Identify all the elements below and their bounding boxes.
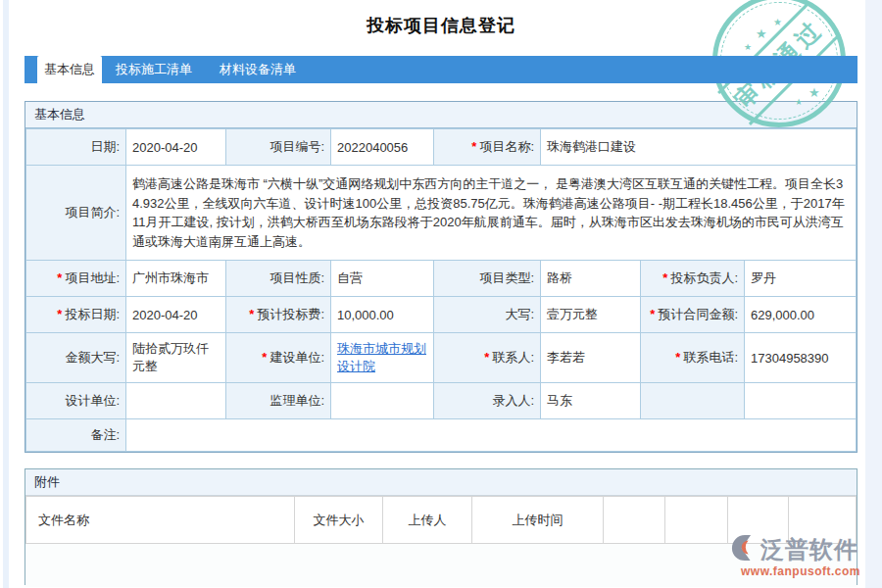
project-no-label: 项目编号:	[226, 129, 331, 166]
remark-value	[126, 419, 857, 452]
contract-amount-value: 629,000.00	[745, 297, 857, 333]
remark-label: 备注:	[26, 419, 126, 452]
file-size-header: 文件大小	[295, 497, 383, 544]
required-marker: *	[249, 307, 254, 321]
design-unit-label: 设计单位:	[26, 383, 126, 419]
empty-header	[665, 497, 728, 544]
file-name-header: 文件名称	[26, 497, 295, 544]
recorder-value: 马东	[541, 383, 641, 419]
required-marker: *	[650, 307, 655, 321]
bid-leader-value: 罗丹	[745, 261, 857, 297]
fanpu-brand: 泛普软件 www.fanpusoft.com	[731, 534, 870, 578]
tab-bar: 基本信息 投标施工清单 材料设备清单	[24, 56, 858, 83]
build-unit-label: *建设单位:	[226, 333, 331, 383]
tab-bid-construction-list[interactable]: 投标施工清单	[102, 56, 206, 83]
fee-caps-label: 大写:	[434, 297, 541, 333]
contract-amount-label: *预计合同金额:	[641, 297, 745, 333]
project-no-value: 2022040056	[331, 129, 434, 166]
star-icon: ★	[744, 43, 752, 52]
upload-time-header: 上传时间	[472, 497, 604, 544]
bid-fee-label: *预计投标费:	[226, 297, 331, 333]
summary-label: 项目简介:	[26, 166, 126, 261]
build-unit-value: 珠海市城市规划设计院	[331, 333, 434, 383]
attachments-section-title: 附件	[25, 469, 857, 496]
tab-basic-info[interactable]: 基本信息	[37, 56, 102, 83]
nature-label: 项目性质:	[226, 261, 331, 297]
summary-value: 鹤港高速公路是珠海市 “六横十纵”交通网络规划中东西方向的主干道之一， 是粤港澳…	[126, 166, 857, 261]
bid-fee-value: 10,000.00	[331, 297, 434, 333]
phone-value: 17304958390	[745, 333, 857, 383]
required-marker: *	[57, 307, 62, 321]
project-name-value: 珠海鹤港口建设	[541, 129, 857, 166]
date-label: 日期:	[26, 129, 126, 166]
fee-caps-value: 壹万元整	[541, 297, 641, 333]
page-edge-right	[865, 0, 882, 588]
fanpu-logo-icon	[731, 534, 759, 565]
brand-name: 泛普软件	[760, 534, 858, 565]
empty-cell	[641, 383, 745, 419]
date-value: 2020-04-20	[126, 129, 226, 166]
basic-info-section: 基本信息 日期: 2020-04-20 项目编号: 2022040056 *项目…	[24, 101, 858, 453]
type-value: 路桥	[541, 261, 641, 297]
bid-date-label: *投标日期:	[26, 297, 126, 333]
required-marker: *	[262, 350, 267, 365]
nature-value: 自营	[331, 261, 434, 297]
basic-section-title: 基本信息	[25, 102, 857, 128]
basic-info-table: 日期: 2020-04-20 项目编号: 2022040056 *项目名称: 珠…	[25, 128, 857, 452]
type-label: 项目类型:	[434, 261, 541, 297]
contact-value: 李若若	[541, 333, 641, 383]
supervise-unit-label: 监理单位:	[226, 383, 331, 419]
required-marker: *	[471, 139, 476, 154]
bid-leader-label: *投标负责人:	[641, 261, 745, 297]
design-unit-value	[126, 383, 226, 419]
phone-label: *联系电话:	[641, 333, 745, 383]
uploader-header: 上传人	[383, 497, 472, 544]
page-edge-left	[3, 0, 9, 588]
address-label: *项目地址:	[26, 261, 126, 297]
required-marker: *	[675, 350, 680, 365]
contact-label: *联系人:	[434, 333, 541, 383]
recorder-label: 录入人:	[434, 383, 541, 419]
amount-caps-label: 金额大写:	[26, 333, 126, 383]
bid-date-value: 2020-04-20	[126, 297, 226, 333]
address-value: 广州市珠海市	[126, 261, 226, 297]
required-marker: *	[57, 270, 62, 285]
project-name-label: *项目名称:	[434, 129, 541, 166]
brand-url: www.fanpusoft.com	[731, 564, 870, 578]
amount-caps-value: 陆拾贰万玖仟元整	[126, 333, 226, 383]
star-icon: ★	[808, 86, 820, 99]
build-unit-link[interactable]: 珠海市城市规划设计院	[337, 341, 426, 373]
empty-header	[604, 497, 665, 544]
required-marker: *	[484, 350, 489, 365]
empty-cell	[745, 383, 857, 419]
required-marker: *	[662, 270, 667, 285]
tab-material-equipment-list[interactable]: 材料设备清单	[206, 56, 310, 83]
page-title: 投标项目信息登记	[0, 14, 882, 37]
supervise-unit-value	[331, 383, 434, 419]
